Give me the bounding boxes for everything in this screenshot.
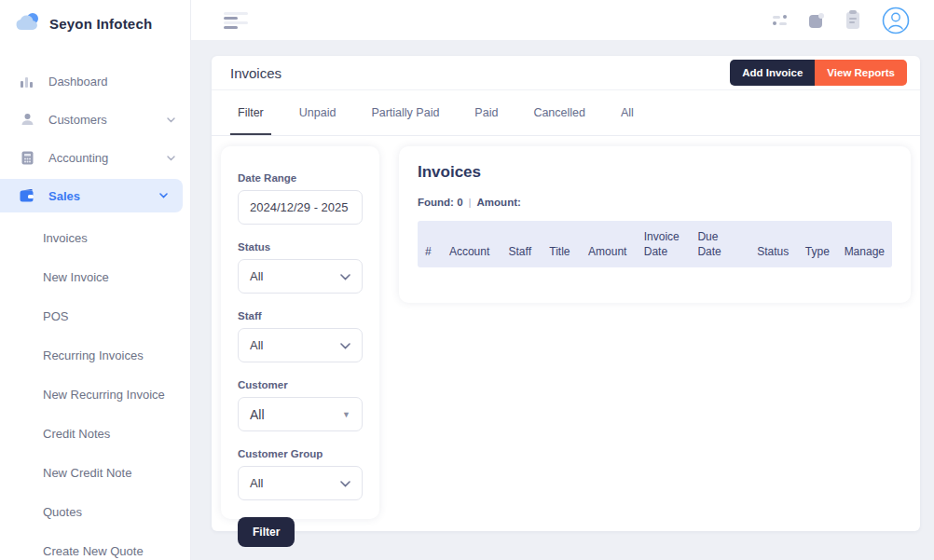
sidebar-item-label: Accounting	[48, 151, 108, 165]
page-title: Invoices	[230, 65, 282, 81]
person-icon	[19, 113, 35, 127]
sidebar-item-accounting[interactable]: Accounting	[0, 139, 190, 177]
files-icon[interactable]	[809, 13, 824, 28]
eq-dot	[773, 21, 776, 25]
user-avatar-icon[interactable]	[882, 7, 910, 34]
sidebar-item-quotes[interactable]: Quotes	[0, 492, 190, 531]
filter-panel: Date Range Status All Staff All Customer…	[221, 146, 379, 519]
sidebar-item-customers[interactable]: Customers	[0, 101, 190, 139]
clipboard-icon[interactable]	[846, 12, 859, 29]
sidebar-item-pos[interactable]: POS	[0, 296, 190, 335]
staff-select-value: All	[250, 338, 263, 352]
calculator-icon	[19, 151, 35, 165]
eq-line	[779, 22, 787, 25]
invoices-table-header: # Account Staff Title Amount Invoice Dat…	[418, 221, 892, 267]
menu-line	[224, 21, 248, 24]
col-status: Status	[757, 245, 794, 260]
sidebar-item-new-invoice[interactable]: New Invoice	[0, 257, 190, 296]
filter-submit-button[interactable]: Filter	[238, 517, 295, 547]
col-invoice-date: Invoice Date	[644, 230, 687, 259]
tab-partially-paid[interactable]: Partially Paid	[364, 90, 446, 135]
customer-label: Customer	[238, 379, 363, 390]
amount-label: Amount:	[477, 197, 521, 208]
tab-cancelled[interactable]: Cancelled	[526, 90, 593, 135]
chevron-down-icon	[159, 193, 168, 198]
sidebar-item-sales[interactable]: Sales	[0, 179, 183, 212]
chevron-down-icon	[167, 156, 175, 161]
tab-all[interactable]: All	[613, 90, 641, 135]
chevron-down-icon	[340, 269, 350, 283]
subitem-label: Create New Quote	[43, 544, 144, 558]
sidebar-item-label: Sales	[48, 189, 80, 203]
subitem-label: New Recurring Invoice	[43, 388, 165, 402]
col-type: Type	[805, 245, 833, 260]
tab-unpaid[interactable]: Unpaid	[292, 90, 344, 135]
add-invoice-button[interactable]: Add Invoice	[730, 60, 815, 86]
subitem-label: Credit Notes	[43, 427, 110, 441]
separator: |	[469, 197, 472, 208]
col-manage: Manage	[845, 245, 885, 260]
sidebar-item-label: Customers	[48, 113, 107, 127]
sidebar-item-credit-notes[interactable]: Credit Notes	[0, 414, 190, 453]
invoice-status-tabs: Filter Unpaid Partially Paid Paid Cancel…	[212, 90, 920, 136]
chevron-down-icon	[167, 117, 175, 123]
subitem-label: New Invoice	[43, 270, 109, 284]
customer-group-label: Customer Group	[238, 448, 363, 459]
wallet-icon	[19, 189, 35, 202]
topbar-actions	[773, 7, 934, 34]
tab-paid[interactable]: Paid	[467, 90, 505, 135]
customer-select[interactable]: All ▼	[238, 397, 363, 431]
brand-logo[interactable]: Seyon Infotech	[0, 0, 190, 44]
results-summary: Found: 0 | Amount:	[418, 197, 892, 208]
page-header: Invoices Add Invoice View Reports	[212, 56, 920, 90]
date-range-input[interactable]	[238, 190, 363, 225]
brand-name: Seyon Infotech	[49, 16, 152, 32]
status-label: Status	[238, 241, 363, 253]
status-select-value: All	[250, 269, 263, 283]
subitem-label: Recurring Invoices	[43, 348, 144, 362]
col-title: Title	[549, 245, 577, 260]
sidebar-item-new-recurring-invoice[interactable]: New Recurring Invoice	[0, 375, 190, 414]
topbar	[191, 0, 934, 40]
sidebar-item-label: Dashboard	[48, 75, 108, 89]
invoices-panel: Invoices Found: 0 | Amount: # Account St…	[399, 146, 911, 303]
sidebar-item-new-credit-note[interactable]: New Credit Note	[0, 453, 190, 492]
menu-line	[224, 12, 248, 15]
staff-select[interactable]: All	[238, 328, 363, 362]
col-account: Account	[449, 245, 498, 260]
chevron-down-icon	[340, 476, 350, 490]
subitem-label: Invoices	[43, 231, 88, 245]
cloud-logo-icon	[15, 12, 40, 34]
menu-line	[224, 26, 238, 29]
tab-filter[interactable]: Filter	[230, 90, 271, 135]
col-due-date: Due Date	[697, 230, 735, 259]
invoices-panel-title: Invoices	[418, 163, 892, 182]
col-amount: Amount	[588, 245, 633, 260]
subitem-label: New Credit Note	[43, 466, 131, 480]
clipboard-clip	[849, 10, 857, 14]
eq-line	[773, 16, 780, 19]
menu-line	[224, 17, 238, 20]
chevron-down-icon	[340, 338, 350, 352]
notification-dot	[818, 13, 824, 19]
sidebar-item-recurring-invoices[interactable]: Recurring Invoices	[0, 335, 190, 375]
clipboard-line	[849, 18, 857, 20]
col-number: #	[425, 245, 438, 260]
options-sliders-icon[interactable]	[773, 15, 787, 25]
customer-group-select[interactable]: All	[238, 466, 363, 500]
eq-dot	[783, 15, 787, 19]
status-select[interactable]: All	[238, 259, 363, 294]
sidebar: Seyon Infotech Dashboard Customers	[0, 0, 191, 560]
subitem-label: Quotes	[43, 505, 82, 519]
col-staff: Staff	[509, 245, 539, 260]
view-reports-button[interactable]: View Reports	[815, 60, 907, 86]
sales-submenu: Invoices New Invoice POS Recurring Invoi…	[0, 218, 190, 560]
sidebar-item-dashboard[interactable]: Dashboard	[0, 62, 190, 101]
staff-label: Staff	[238, 310, 363, 321]
sidebar-item-create-new-quote[interactable]: Create New Quote	[0, 531, 190, 560]
sidebar-toggle-icon[interactable]	[224, 12, 248, 29]
date-range-label: Date Range	[238, 172, 363, 184]
triangle-down-icon: ▼	[342, 410, 350, 419]
sidebar-item-invoices[interactable]: Invoices	[0, 218, 190, 257]
clipboard-line	[849, 21, 855, 23]
